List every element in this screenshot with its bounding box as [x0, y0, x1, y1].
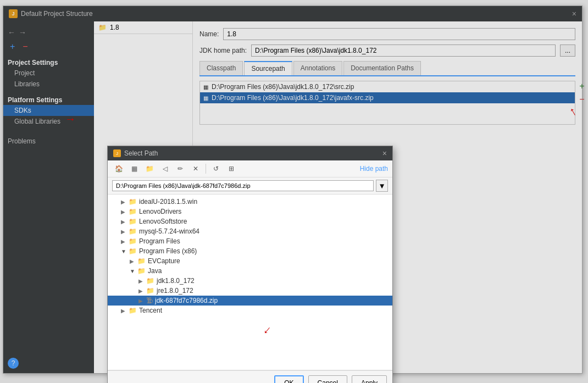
folder-icon-9: 📁 [146, 287, 154, 295]
dialog-path-input[interactable] [112, 180, 374, 191]
tree-arrow-10: ▶ [138, 298, 144, 304]
tree-item-program-files-x86[interactable]: ▼ 📁 Program Files (x86) [108, 246, 392, 256]
dialog-toolbar: 🏠 ▦ 📁 ◁ ✏ ✕ ↺ ⊞ Hide path [108, 160, 392, 177]
dialog-tree[interactable]: ▶ 📁 idealU-2018.1.5.win ▶ 📁 LenovoDriver… [108, 195, 392, 370]
tree-label-2: LenovoSoftstore [139, 218, 187, 225]
tree-label-7: Java [148, 267, 162, 275]
nav-back-tool-button[interactable]: ◁ [158, 163, 171, 175]
tree-item-program-files[interactable]: ▶ 📁 Program Files [108, 236, 392, 246]
new-folder-tool-button[interactable]: 📁 [143, 163, 156, 175]
dialog-close-button[interactable]: × [382, 149, 387, 158]
folder-icon-4: 📁 [129, 237, 137, 245]
tree-item-jdk172[interactable]: ▶ 📁 jdk1.8.0_172 [108, 276, 392, 286]
tree-arrow-9: ▶ [138, 288, 144, 294]
tree-item-java[interactable]: ▼ 📁 Java [108, 266, 392, 276]
home-tool-button[interactable]: 🏠 [112, 163, 125, 175]
tree-arrow-0: ▶ [121, 199, 126, 205]
tree-arrow-1: ▶ [121, 209, 126, 215]
tree-arrow-7: ▼ [130, 268, 135, 274]
tree-item-lenovo-softstore[interactable]: ▶ 📁 LenovoSoftstore [108, 217, 392, 226]
tree-arrow-8: ▶ [138, 278, 144, 284]
select-path-dialog: J Select Path × 🏠 ▦ 📁 ◁ ✏ ✕ ↺ ⊞ Hide pat… [107, 146, 393, 383]
tree-item-evcapture[interactable]: ▶ 📁 EVCapture [108, 256, 392, 266]
folder-icon-5: 📁 [129, 247, 137, 255]
tree-label-0: idealU-2018.1.5.win [139, 198, 197, 206]
tree-label-3: mysql-5.7.24-winx64 [139, 227, 199, 235]
tree-label-1: LenovoDrivers [139, 208, 181, 215]
tree-label-6: EVCapture [148, 257, 180, 265]
apply-button[interactable]: Apply [352, 375, 387, 383]
folder-icon-1: 📁 [129, 208, 137, 215]
folder-icon-6: 📁 [137, 257, 146, 265]
tree-label-9: jre1.8.0_172 [157, 287, 193, 295]
folder-icon-2: 📁 [129, 218, 137, 225]
tree-label-11: Tencent [139, 307, 162, 314]
tree-arrow-4: ▶ [121, 238, 126, 245]
tree-item-jdk-zip[interactable]: ▶ 🗜 jdk-687fd7c7986d.zip [108, 296, 392, 306]
ok-button[interactable]: OK [274, 375, 303, 383]
tree-item-lenovo-drivers[interactable]: ▶ 📁 LenovoDrivers [108, 207, 392, 217]
hide-path-link[interactable]: Hide path [360, 165, 388, 173]
delete-tool-button[interactable]: ✕ [189, 163, 202, 175]
tree-label-5: Program Files (x86) [139, 247, 197, 255]
tree-arrow-2: ▶ [121, 219, 126, 225]
dialog-icon: J [113, 149, 121, 157]
tree-arrow-3: ▶ [121, 229, 126, 235]
folder-icon-3: 📁 [129, 227, 137, 235]
folder-icon-7: 📁 [137, 267, 146, 275]
dialog-title: Select Path [124, 149, 158, 157]
zip-icon-10: 🗜 [146, 297, 153, 304]
tree-item-jre172[interactable]: ▶ 📁 jre1.8.0_172 [108, 286, 392, 296]
expand-tool-button[interactable]: ⊞ [225, 163, 238, 175]
folder-icon-8: 📁 [146, 277, 154, 285]
dialog-title-bar: J Select Path × [108, 146, 392, 160]
toolbar-separator [206, 164, 206, 174]
tree-label-4: Program Files [139, 237, 180, 245]
cancel-button[interactable]: Cancel [308, 375, 347, 383]
tree-arrow-5: ▼ [121, 248, 126, 254]
dialog-path-browse-button[interactable]: ▼ [376, 180, 388, 192]
dialog-footer: OK Cancel Apply [108, 370, 392, 383]
folder-icon-11: 📁 [129, 307, 137, 314]
tree-item-mysql[interactable]: ▶ 📁 mysql-5.7.24-winx64 [108, 226, 392, 236]
folder-icon-0: 📁 [129, 198, 137, 206]
tree-label-8: jdk1.8.0_172 [157, 277, 195, 285]
tree-arrow-6: ▶ [130, 258, 135, 264]
grid-tool-button[interactable]: ▦ [127, 163, 141, 175]
refresh-tool-button[interactable]: ↺ [209, 163, 223, 175]
tree-item-tencent[interactable]: ▶ 📁 Tencent [108, 306, 392, 315]
tree-label-10: jdk-687fd7c7986d.zip [155, 297, 218, 304]
dialog-title-left: J Select Path [113, 149, 158, 157]
tree-arrow-11: ▶ [121, 308, 126, 314]
edit-tool-button[interactable]: ✏ [174, 163, 187, 175]
dialog-path-bar: ▼ [108, 177, 392, 195]
tree-item-idealU[interactable]: ▶ 📁 idealU-2018.1.5.win [108, 197, 392, 207]
